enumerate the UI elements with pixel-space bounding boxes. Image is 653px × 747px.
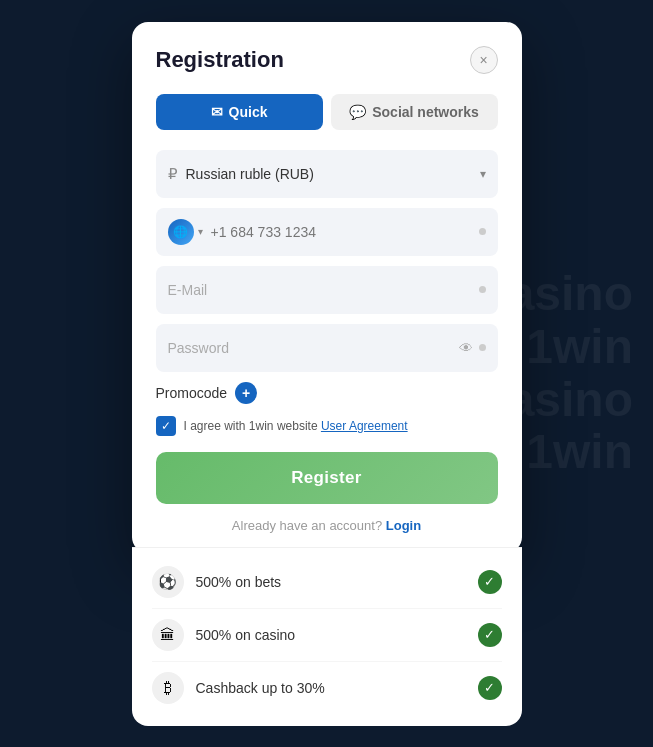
- flag-symbol: 🌐: [173, 225, 188, 239]
- registration-modal: Registration × ✉ Quick 💬 Social networks…: [132, 22, 522, 553]
- phone-input[interactable]: [211, 224, 479, 240]
- currency-selector[interactable]: ₽ Russian ruble (RUB) ▾: [156, 150, 498, 198]
- register-button[interactable]: Register: [156, 452, 498, 504]
- agreement-text-part: I agree with 1win website: [184, 419, 321, 433]
- phone-field: 🌐 ▾: [156, 208, 498, 256]
- eye-icon[interactable]: 👁: [459, 340, 473, 356]
- modal-header: Registration ×: [156, 46, 498, 74]
- password-field-wrapper: 👁: [156, 324, 498, 372]
- flag-icon[interactable]: 🌐: [168, 219, 194, 245]
- email-input[interactable]: [168, 282, 479, 298]
- modal-title: Registration: [156, 47, 284, 73]
- phone-chevron-icon[interactable]: ▾: [198, 226, 203, 237]
- bonus-cashback-check: ✓: [478, 676, 502, 700]
- bonus-casino-check: ✓: [478, 623, 502, 647]
- tabs-container: ✉ Quick 💬 Social networks: [156, 94, 498, 130]
- tab-social-networks[interactable]: 💬 Social networks: [331, 94, 498, 130]
- close-button[interactable]: ×: [470, 46, 498, 74]
- user-agreement-link[interactable]: User Agreement: [321, 419, 408, 433]
- cashback-icon: ₿: [152, 672, 184, 704]
- tab-quick-label: Quick: [229, 104, 268, 120]
- email-required-dot: [479, 286, 486, 293]
- email-field-wrapper: [156, 266, 498, 314]
- already-account-text: Already have an account?: [232, 518, 382, 533]
- chat-icon: 💬: [349, 104, 366, 120]
- bonus-bets-check: ✓: [478, 570, 502, 594]
- currency-value: Russian ruble (RUB): [186, 166, 480, 182]
- promocode-row: Promocode +: [156, 382, 498, 404]
- bonus-item-bets: ⚽ 500% on bets ✓: [152, 556, 502, 609]
- bets-icon: ⚽: [152, 566, 184, 598]
- add-promocode-button[interactable]: +: [235, 382, 257, 404]
- casino-icon: 🏛: [152, 619, 184, 651]
- bonus-cashback-text: Cashback up to 30%: [196, 680, 478, 696]
- modal-wrapper: Registration × ✉ Quick 💬 Social networks…: [132, 22, 522, 726]
- agreement-row: ✓ I agree with 1win website User Agreeme…: [156, 416, 498, 436]
- bonus-item-casino: 🏛 500% on casino ✓: [152, 609, 502, 662]
- envelope-icon: ✉: [211, 104, 223, 120]
- agreement-text: I agree with 1win website User Agreement: [184, 419, 408, 433]
- tab-quick[interactable]: ✉ Quick: [156, 94, 323, 130]
- tab-social-label: Social networks: [372, 104, 479, 120]
- agree-checkbox[interactable]: ✓: [156, 416, 176, 436]
- bonus-casino-text: 500% on casino: [196, 627, 478, 643]
- phone-required-dot: [479, 228, 486, 235]
- login-row: Already have an account? Login: [156, 518, 498, 533]
- checkmark-icon: ✓: [161, 419, 171, 433]
- bonus-bets-text: 500% on bets: [196, 574, 478, 590]
- bonus-item-cashback: ₿ Cashback up to 30% ✓: [152, 662, 502, 714]
- password-input[interactable]: [168, 340, 459, 356]
- login-link[interactable]: Login: [386, 518, 421, 533]
- chevron-down-icon: ▾: [480, 167, 486, 181]
- bonuses-panel: ⚽ 500% on bets ✓ 🏛 500% on casino ✓ ₿ Ca…: [132, 547, 522, 726]
- password-required-dot: [479, 344, 486, 351]
- promocode-label: Promocode: [156, 385, 228, 401]
- ruble-icon: ₽: [168, 165, 178, 183]
